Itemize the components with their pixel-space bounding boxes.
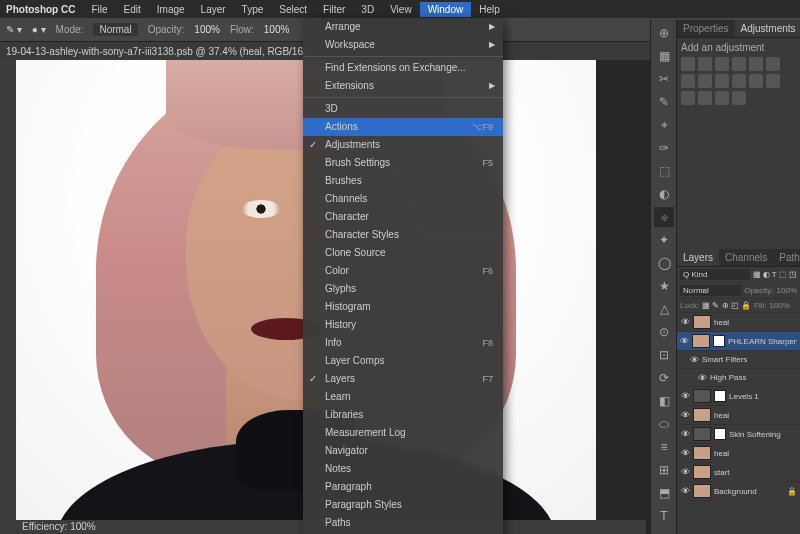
layer-row[interactable]: 👁heal <box>677 444 800 463</box>
tool-icon[interactable]: ★ <box>654 276 674 296</box>
layer-row[interactable]: 👁PHLEARN Sharpen +1 <box>677 332 800 351</box>
layer-thumbnail[interactable] <box>693 389 711 403</box>
menuitem-character[interactable]: Character <box>303 208 503 226</box>
opacity-value[interactable]: 100% <box>194 24 220 35</box>
layer-mask-thumbnail[interactable] <box>713 335 725 347</box>
layer-row[interactable]: 👁heal <box>677 406 800 425</box>
visibility-icon[interactable]: 👁 <box>680 317 690 327</box>
menu-filter[interactable]: Filter <box>315 2 353 17</box>
menuitem-history[interactable]: History <box>303 316 503 334</box>
menu-window[interactable]: Window <box>420 2 472 17</box>
blend-mode-select[interactable]: Normal <box>680 285 741 296</box>
layer-thumbnail[interactable] <box>693 484 711 498</box>
tool-icon[interactable]: ▦ <box>654 46 674 66</box>
layer-thumbnail[interactable] <box>692 334 710 348</box>
adjustment-preset-icon[interactable] <box>749 57 763 71</box>
visibility-icon[interactable]: 👁 <box>680 410 690 420</box>
visibility-icon[interactable]: 👁 <box>680 448 690 458</box>
tool-icon[interactable]: T <box>654 506 674 526</box>
visibility-icon[interactable]: 👁 <box>689 355 699 365</box>
adjustment-preset-icon[interactable] <box>681 74 695 88</box>
adjustment-preset-icon[interactable] <box>715 91 729 105</box>
adjustment-preset-icon[interactable] <box>732 57 746 71</box>
tool-icon[interactable]: ⊞ <box>654 460 674 480</box>
menuitem-libraries[interactable]: Libraries <box>303 406 503 424</box>
menu-image[interactable]: Image <box>149 2 193 17</box>
menuitem-info[interactable]: InfoF8 <box>303 334 503 352</box>
flow-value[interactable]: 100% <box>264 24 290 35</box>
adjustment-preset-icon[interactable] <box>732 74 746 88</box>
adjustment-preset-icon[interactable] <box>732 91 746 105</box>
menuitem-glyphs[interactable]: Glyphs <box>303 280 503 298</box>
menu-select[interactable]: Select <box>271 2 315 17</box>
menuitem-clone-source[interactable]: Clone Source <box>303 244 503 262</box>
tool-icon[interactable]: ✦ <box>654 230 674 250</box>
tool-icon[interactable]: ◳ <box>654 529 674 534</box>
menuitem-color[interactable]: ColorF6 <box>303 262 503 280</box>
tool-icon[interactable]: ⊕ <box>654 23 674 43</box>
layer-row[interactable]: 👁Smart Filters <box>677 351 800 369</box>
menu-file[interactable]: File <box>83 2 115 17</box>
tool-icon[interactable]: ◧ <box>654 391 674 411</box>
menuitem-find-extensions-on-exchange-[interactable]: Find Extensions on Exchange... <box>303 59 503 77</box>
adjustment-preset-icon[interactable] <box>766 74 780 88</box>
filter-icons[interactable]: ▦ ◐ T ⬚ ◳ <box>753 270 798 279</box>
menuitem-extensions[interactable]: Extensions▶ <box>303 77 503 95</box>
layer-mask-thumbnail[interactable] <box>714 390 726 402</box>
tab-adjustments[interactable]: Adjustments <box>735 20 800 37</box>
layer-fill[interactable]: 100% <box>769 301 789 310</box>
menu-3d[interactable]: 3D <box>353 2 382 17</box>
menuitem-navigator[interactable]: Navigator <box>303 442 503 460</box>
menu-help[interactable]: Help <box>471 2 508 17</box>
tool-icon[interactable]: ⌖ <box>654 115 674 135</box>
tool-icon[interactable]: ◯ <box>654 253 674 273</box>
tab-properties[interactable]: Properties <box>677 20 735 37</box>
layer-filter-kind[interactable]: Q Kind <box>680 269 750 280</box>
menuitem-adjustments[interactable]: ✓Adjustments <box>303 136 503 154</box>
visibility-icon[interactable]: 👁 <box>680 429 690 439</box>
layer-row[interactable]: 👁Levels 1 <box>677 387 800 406</box>
menuitem-layers[interactable]: ✓LayersF7 <box>303 370 503 388</box>
layer-row[interactable]: 👁High Pass <box>677 369 800 387</box>
layer-thumbnail[interactable] <box>693 427 711 441</box>
adjustment-preset-icon[interactable] <box>698 91 712 105</box>
menuitem-paragraph[interactable]: Paragraph <box>303 478 503 496</box>
adjustment-preset-icon[interactable] <box>698 57 712 71</box>
tool-icon[interactable]: ⊙ <box>654 322 674 342</box>
adjustment-preset-icon[interactable] <box>766 57 780 71</box>
mode-select[interactable]: Normal <box>93 23 137 36</box>
layer-row[interactable]: 👁heal <box>677 313 800 332</box>
menuitem-paths[interactable]: Paths <box>303 514 503 532</box>
visibility-icon[interactable]: 👁 <box>680 467 690 477</box>
tab-layers[interactable]: Layers <box>677 249 719 266</box>
brush-preset-icon[interactable]: ✎ ▾ <box>6 24 22 35</box>
menuitem-channels[interactable]: Channels <box>303 190 503 208</box>
menuitem-learn[interactable]: Learn <box>303 388 503 406</box>
adjustment-preset-icon[interactable] <box>681 57 695 71</box>
tool-icon[interactable]: ⊡ <box>654 345 674 365</box>
adjustment-preset-icon[interactable] <box>715 57 729 71</box>
menu-layer[interactable]: Layer <box>193 2 234 17</box>
visibility-icon[interactable]: 👁 <box>697 373 707 383</box>
layer-row[interactable]: 👁start <box>677 463 800 482</box>
tool-icon[interactable]: ⬚ <box>654 161 674 181</box>
menuitem-brushes[interactable]: Brushes <box>303 172 503 190</box>
document-tab[interactable]: 19-04-13-ashley-with-sony-a7r-iii3138.ps… <box>6 46 310 57</box>
tab-paths[interactable]: Paths <box>773 249 800 266</box>
adjustment-preset-icon[interactable] <box>715 74 729 88</box>
menuitem-actions[interactable]: Actions⌥F9 <box>303 118 503 136</box>
tool-icon[interactable]: ≡ <box>654 437 674 457</box>
layer-opacity[interactable]: 100% <box>777 286 797 295</box>
tool-icon[interactable]: ⟳ <box>654 368 674 388</box>
tab-channels[interactable]: Channels <box>719 249 773 266</box>
adjustment-preset-icon[interactable] <box>698 74 712 88</box>
layer-thumbnail[interactable] <box>693 446 711 460</box>
menuitem-arrange[interactable]: Arrange▶ <box>303 18 503 36</box>
tool-icon[interactable]: ◐ <box>654 184 674 204</box>
tool-icon[interactable]: △ <box>654 299 674 319</box>
layer-mask-thumbnail[interactable] <box>714 428 726 440</box>
adjustment-preset-icon[interactable] <box>749 74 763 88</box>
layer-thumbnail[interactable] <box>693 465 711 479</box>
brush-size-icon[interactable]: ● ▾ <box>32 24 46 35</box>
menuitem-3d[interactable]: 3D <box>303 100 503 118</box>
